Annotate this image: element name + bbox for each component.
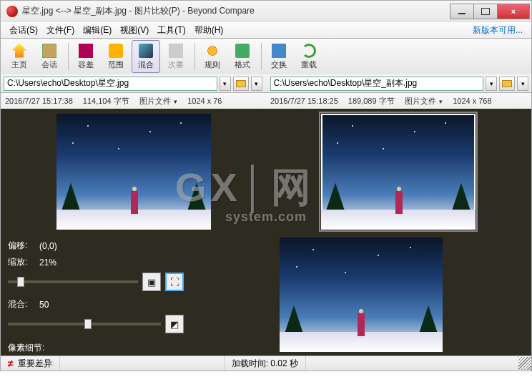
zoom-label: 缩放: (8, 256, 39, 268)
menu-view[interactable]: 视图(V) (116, 23, 153, 38)
right-image (321, 114, 476, 230)
right-browse-button[interactable] (499, 77, 515, 91)
range-icon (109, 44, 123, 58)
right-filetype[interactable]: 图片文件 ▾ (405, 96, 443, 107)
range-label: 范围 (108, 59, 124, 70)
maximize-button[interactable] (473, 4, 498, 19)
reload-label: 重载 (301, 59, 317, 70)
close-button[interactable]: × (497, 4, 530, 19)
menu-session[interactable]: 会话(S) (5, 23, 42, 38)
format-label: 格式 (235, 59, 250, 70)
reload-icon (302, 44, 316, 58)
blend-preview-image (280, 237, 443, 352)
chevron-down-icon: ▾ (172, 98, 178, 105)
left-browse-button[interactable] (233, 77, 249, 91)
left-browse-dropdown[interactable]: ▾ (251, 77, 262, 91)
not-equal-icon: ≠ (8, 358, 14, 369)
home-label: 主页 (11, 59, 27, 70)
folder-icon (236, 80, 246, 87)
zoom-value: 21% (39, 258, 56, 268)
chevron-down-icon: ▾ (438, 98, 443, 105)
swap-label: 交换 (271, 59, 287, 70)
blend-controls: 偏移: (0,0) 缩放: 21% ▣ ⛶ 混合: 50 ◩ 像素细节: (0, 234, 532, 356)
rules-label: 规则 (205, 59, 220, 70)
tolerance-icon (79, 44, 93, 58)
control-panel: 偏移: (0,0) 缩放: 21% ▣ ⛶ 混合: 50 ◩ 像素细节: (1, 234, 191, 356)
blend-slider-value: 50 (39, 300, 49, 310)
minor-label: 次要 (168, 59, 184, 70)
left-image (56, 114, 211, 230)
left-timestamp: 2016/7/27 15:17:38 (5, 97, 73, 105)
toolbar-separator (68, 43, 69, 70)
status-spacer (60, 356, 225, 371)
left-filesize: 114,104 字节 (83, 96, 129, 107)
blend-label: 混合 (138, 59, 154, 70)
slider-thumb[interactable] (84, 319, 92, 329)
blend-mode-button[interactable]: ◩ (165, 315, 184, 333)
left-filetype[interactable]: 图片文件 ▾ (139, 96, 178, 107)
window-controls: × (450, 4, 530, 19)
left-path-dropdown[interactable]: ▾ (220, 77, 231, 91)
blend-slider-label: 混合: (8, 298, 39, 310)
tolerance-label: 容差 (78, 59, 94, 70)
range-button[interactable]: 范围 (102, 40, 130, 73)
right-path-input[interactable] (270, 77, 484, 91)
menu-tools[interactable]: 工具(T) (153, 23, 189, 38)
right-pane[interactable] (268, 112, 528, 231)
status-bar: ≠ 重要差异 加载时间: 0.02 秒 (0, 356, 532, 371)
blend-icon (139, 44, 153, 58)
toolbar-separator (261, 43, 262, 70)
menu-file[interactable]: 文件(F) (42, 23, 79, 38)
right-timestamp: 2016/7/27 15:18:25 (270, 97, 338, 105)
blend-slider[interactable] (8, 323, 161, 325)
minimize-button[interactable] (450, 4, 474, 19)
blend-preview-pane[interactable] (191, 234, 531, 356)
path-bar: ▾ ▾ ▾ ▾ (0, 74, 532, 93)
session-label: 会话 (41, 59, 57, 70)
reload-button[interactable]: 重载 (295, 40, 323, 73)
left-path-input[interactable] (4, 77, 217, 91)
blend-button[interactable]: 混合 (132, 40, 160, 73)
format-icon (235, 44, 250, 58)
referee-icon (205, 44, 220, 58)
toolbar: 主页 会话 容差 范围 混合 次要 规则 格式 交换 重载 (0, 39, 532, 74)
menu-bar: 会话(S) 文件(F) 编辑(E) 视图(V) 工具(T) 帮助(H) 新版本可… (0, 21, 532, 39)
right-meta: 2016/7/27 15:18:25 189,089 字节 图片文件 ▾ 102… (266, 96, 531, 107)
tolerance-button[interactable]: 容差 (72, 40, 100, 73)
home-button[interactable]: 主页 (5, 40, 34, 73)
left-dimensions: 1024 x 76 (187, 97, 222, 105)
right-filesize: 189,089 字节 (348, 96, 395, 107)
diff-status: ≠ 重要差异 (1, 356, 60, 371)
window-titlebar: 星空.jpg <--> 星空_副本.jpg - 图片比较(P) - Beyond… (0, 0, 532, 21)
new-version-link[interactable]: 新版本可用... (468, 23, 527, 38)
swap-icon (272, 44, 286, 58)
swap-button[interactable]: 交换 (265, 40, 293, 73)
load-time-status: 加载时间: 0.02 秒 (225, 356, 306, 371)
compare-panes (0, 109, 532, 234)
resize-grip[interactable] (518, 357, 531, 370)
toolbar-separator (194, 43, 195, 70)
app-icon (6, 6, 18, 17)
zoom-slider[interactable] (8, 280, 138, 283)
window-title: 星空.jpg <--> 星空_副本.jpg - 图片比较(P) - Beyond… (22, 5, 450, 17)
pixel-detail-label: 像素细节: (8, 342, 184, 354)
rules-button[interactable]: 规则 (198, 40, 227, 73)
right-browse-dropdown[interactable]: ▾ (517, 77, 528, 91)
slider-thumb[interactable] (17, 277, 24, 287)
left-pane[interactable] (4, 112, 264, 231)
folder-icon (502, 80, 512, 87)
right-dimensions: 1024 x 768 (453, 97, 491, 105)
minor-button[interactable]: 次要 (162, 40, 190, 73)
format-button[interactable]: 格式 (228, 40, 257, 73)
menu-help[interactable]: 帮助(H) (190, 23, 228, 38)
zoom-fit-button[interactable]: ⛶ (165, 273, 184, 291)
load-time-text: 加载时间: 0.02 秒 (232, 358, 298, 370)
minor-icon (169, 44, 183, 58)
menu-edit[interactable]: 编辑(E) (79, 23, 116, 38)
meta-bar: 2016/7/27 15:17:38 114,104 字节 图片文件 ▾ 102… (0, 93, 532, 109)
session-button[interactable]: 会话 (35, 40, 64, 73)
left-meta: 2016/7/27 15:17:38 114,104 字节 图片文件 ▾ 102… (1, 96, 266, 107)
offset-value: (0,0) (39, 241, 57, 251)
right-path-dropdown[interactable]: ▾ (486, 77, 497, 91)
zoom-actual-button[interactable]: ▣ (142, 273, 161, 291)
